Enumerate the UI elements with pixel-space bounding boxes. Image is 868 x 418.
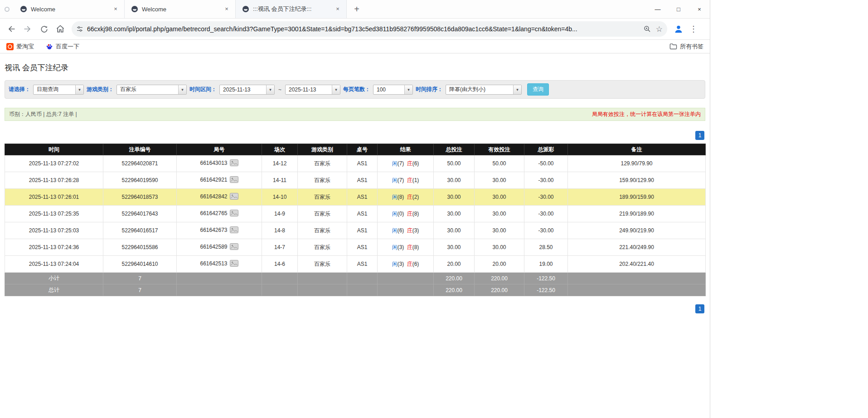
cell-total-bet[interactable]: 30.00 [434,222,475,239]
back-button[interactable] [4,21,19,37]
cell-time: 2025-11-13 07:24:04 [5,256,103,273]
round-snapshot-button[interactable] [230,193,238,201]
cell-total-bet[interactable]: 30.00 [434,189,475,206]
banker-score: (6) [412,160,419,167]
chevron-down-icon[interactable]: ▾ [332,85,340,94]
cell-valid-bet: 30.00 [475,172,524,189]
round-id-text: 661642765 [200,210,227,216]
search-button[interactable]: 查询 [527,83,549,96]
all-bookmarks-button[interactable]: 所有书签 [669,43,703,51]
cell-result: 闲(6) 庄(3) [378,222,434,239]
sort-order-select[interactable]: 降幂(由大到小) ▾ [446,85,522,95]
chevron-down-icon[interactable]: ▾ [513,85,521,94]
browser-menu-button[interactable]: ⋮ [687,24,700,34]
maximize-button[interactable]: □ [668,0,689,18]
aitaobao-icon [6,43,14,50]
tab-close-icon[interactable]: × [334,5,342,13]
bookmark-label: 百度一下 [56,43,79,51]
empty-cell [568,284,706,296]
banker-result: 庄 [407,261,412,267]
round-snapshot-button[interactable] [230,226,238,235]
player-result: 闲 [392,194,398,200]
player-result: 闲 [392,227,398,234]
cell-game-type: 百家乐 [298,189,347,206]
round-id-text: 661642673 [200,227,227,233]
cell-time: 2025-11-13 07:24:36 [5,239,103,256]
header-time: 时间 [5,144,103,155]
site-info-icon[interactable] [76,25,83,33]
tab-bet-records[interactable]: :::视讯 会员下注纪录::: × [236,0,347,18]
banker-result: 庄 [407,227,412,234]
cell-session: 14-11 [262,172,298,189]
bookmark-star-icon[interactable]: ☆ [656,24,663,34]
cell-payout: 19.00 [524,256,568,273]
page-number-button[interactable]: 1 [695,304,704,313]
cell-bet-id: 522964020871 [103,155,177,172]
round-snapshot-button[interactable] [230,243,238,251]
cell-total-bet[interactable]: 20.00 [434,256,475,273]
summary-bar: 币别：人民币 | 总共:7 注单 | 局局有效投注，统一计算在该局第一张注单内 [5,108,705,121]
chevron-down-icon[interactable]: ▾ [266,85,274,94]
zoom-icon[interactable] [643,25,651,33]
cell-session: 14-6 [262,256,298,273]
banker-score: (1) [412,177,419,183]
page-number-button[interactable]: 1 [695,131,704,140]
round-snapshot-button[interactable] [230,210,238,218]
player-result: 闲 [392,177,398,183]
header-remark: 备注 [568,144,706,155]
tab-welcome-2[interactable]: Welcome × [125,0,236,18]
cell-total-bet[interactable]: 30.00 [434,239,475,256]
picture-icon [230,243,238,250]
tab-search-button[interactable] [0,7,14,12]
bookmarks-bar: 爱淘宝 百度一下 所有书签 [0,40,710,53]
date-from-select[interactable]: 2025-11-13 ▾ [219,85,275,95]
round-snapshot-button[interactable] [230,176,238,184]
date-to-select[interactable]: 2025-11-13 ▾ [285,85,340,95]
cell-total-bet[interactable]: 50.00 [434,155,475,172]
cell-round-id: 661642842 [177,189,262,206]
header-valid-bet: 有效投注 [475,144,524,155]
game-type-select[interactable]: 百家乐 ▾ [116,85,187,95]
bookmark-aitaobao[interactable]: 爱淘宝 [6,43,34,51]
round-snapshot-button[interactable] [230,260,238,268]
query-type-select[interactable]: 日期查询 ▾ [33,85,84,95]
empty-cell [262,273,298,284]
forward-button[interactable] [20,21,35,37]
address-bar-actions: ☆ [643,24,663,34]
cell-payout: -30.00 [524,172,568,189]
bet-record-row: 2025-11-13 07:27:02 522964020871 6616430… [5,155,706,172]
tab-close-icon[interactable]: × [223,5,231,13]
round-snapshot-button[interactable] [230,159,238,168]
cell-round-id: 661643013 [177,155,262,172]
grand-total-payout: -122.50 [524,284,568,296]
banker-score: (3) [412,227,419,234]
chevron-down-icon[interactable]: ▾ [404,85,412,94]
tab-welcome-1[interactable]: Welcome × [14,0,125,18]
cell-total-bet[interactable]: 30.00 [434,206,475,222]
close-button[interactable]: × [689,0,710,18]
player-result: 闲 [392,160,398,167]
tab-close-icon[interactable]: × [112,5,120,13]
home-button[interactable] [53,21,68,37]
round-id-text: 661642842 [200,193,227,200]
bet-records-table: 时间 注单编号 局号 场次 游戏类别 桌号 结果 总投注 有效投注 总派彩 备注… [5,144,706,296]
cell-total-bet[interactable]: 30.00 [434,172,475,189]
header-table-no: 桌号 [347,144,378,155]
chevron-down-icon[interactable]: ▾ [178,85,186,94]
minimize-button[interactable]: — [647,0,668,18]
chevron-down-icon[interactable]: ▾ [75,85,83,94]
bookmark-baidu[interactable]: 百度一下 [46,43,79,51]
new-tab-button[interactable]: + [350,3,363,15]
date-range-label: 时间区间： [189,86,217,93]
refresh-button[interactable] [36,21,52,37]
profile-avatar[interactable] [671,21,686,37]
page-size-select[interactable]: 100 ▾ [373,85,413,95]
cell-game-type: 百家乐 [298,239,347,256]
player-result: 闲 [392,261,398,267]
tab-strip: Welcome × Welcome × :::视讯 会员下注纪录::: × + … [0,0,710,19]
address-bar[interactable]: 66cxkj98.com/ipl/portal.php/game/betreco… [72,21,667,37]
cell-time: 2025-11-13 07:25:35 [5,206,103,222]
tab-title: Welcome [142,6,219,13]
round-id-text: 661642921 [200,177,227,183]
cell-remark: 189.90/159.90 [568,189,706,206]
